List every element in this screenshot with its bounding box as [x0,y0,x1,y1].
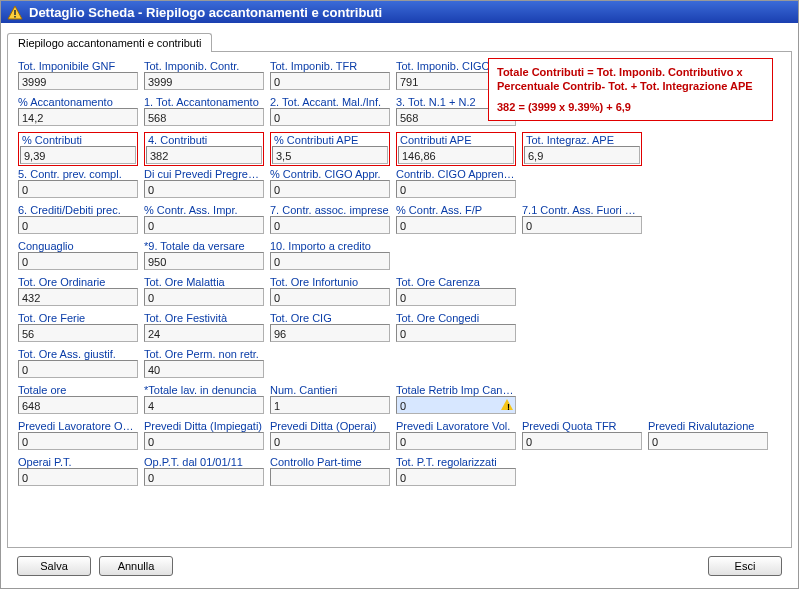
field-value[interactable]: 14,2 [18,108,138,126]
field-value[interactable]: 0 [270,180,390,198]
field-value[interactable] [270,468,390,486]
fields-grid: Tot. Imponibile GNF3999Tot. Imponib. Con… [18,60,775,490]
field-value[interactable]: 0! [396,396,516,414]
field-label: % Contributi [20,134,136,146]
warning-icon: ! [507,400,510,414]
field-value[interactable]: 0 [18,432,138,450]
field-cell: % Contributi9,39 [18,132,138,166]
field-label: Prevedi Ditta (Operai) [270,420,390,432]
save-button[interactable]: Salva [17,556,91,576]
field-label: 10. Importo a credito [270,240,390,252]
field-value[interactable]: 3999 [18,72,138,90]
window-title: Dettaglio Scheda - Riepilogo accantoname… [29,5,382,20]
field-value[interactable]: 0 [396,468,516,486]
field-cell: Tot. P.T. regolarizzati0 [396,456,516,490]
field-value[interactable]: 0 [270,288,390,306]
field-value[interactable]: 0 [270,252,390,270]
field-cell: Tot. Imponibile GNF3999 [18,60,138,94]
field-value[interactable]: 6,9 [524,146,640,164]
field-label: 5. Contr. prev. compl. [18,168,138,180]
field-value[interactable]: 0 [522,432,642,450]
field-value[interactable]: 0 [396,432,516,450]
field-label: *Totale lav. in denuncia [144,384,264,396]
field-label: Conguaglio [18,240,138,252]
field-cell: Tot. Ore Perm. non retr.40 [144,348,264,382]
field-value[interactable]: 0 [648,432,768,450]
field-label: Prevedi Quota TFR [522,420,642,432]
field-label: Tot. Ore Ass. giustif. [18,348,138,360]
field-cell: 6. Crediti/Debiti prec.0 [18,204,138,238]
field-value[interactable]: 3,5 [272,146,388,164]
field-value[interactable]: 0 [522,216,642,234]
field-label: Tot. Integraz. APE [524,134,640,146]
formula-note: Totale Contributi = Tot. Imponib. Contri… [488,58,773,121]
field-cell: Prevedi Rivalutazione0 [648,420,768,454]
field-value[interactable]: 4 [144,396,264,414]
field-value[interactable]: 0 [144,288,264,306]
field-cell: *Totale lav. in denuncia4 [144,384,264,418]
field-value[interactable]: 0 [18,468,138,486]
field-value[interactable]: 0 [18,180,138,198]
field-value[interactable]: 382 [146,146,262,164]
field-value[interactable]: 0 [396,288,516,306]
field-value[interactable]: 0 [270,72,390,90]
field-cell: Tot. Integraz. APE6,9 [522,132,642,166]
field-cell: 10. Importo a credito0 [270,240,390,274]
field-label: Contributi APE [398,134,514,146]
field-value[interactable]: 0 [18,252,138,270]
field-value[interactable]: 0 [144,216,264,234]
field-cell: % Contrib. CIGO Appr.0 [270,168,390,202]
field-label: Tot. Ore Infortunio [270,276,390,288]
field-value[interactable]: 0 [18,360,138,378]
warning-icon [7,4,23,20]
field-value[interactable]: 24 [144,324,264,342]
field-value[interactable]: 0 [144,468,264,486]
tab-riepilogo[interactable]: Riepilogo accantonamenti e contributi [7,33,212,52]
field-label: Op.P.T. dal 01/01/11 [144,456,264,468]
field-value[interactable]: 0 [396,180,516,198]
field-cell: Op.P.T. dal 01/01/110 [144,456,264,490]
field-value[interactable]: 96 [270,324,390,342]
field-cell: % Accantonamento14,2 [18,96,138,130]
field-value[interactable]: 1 [270,396,390,414]
field-label: Tot. Ore Festività [144,312,264,324]
field-cell: Contributi APE146,86 [396,132,516,166]
field-value[interactable]: 40 [144,360,264,378]
field-value[interactable]: 9,39 [20,146,136,164]
field-value[interactable]: 568 [144,108,264,126]
field-value[interactable]: 3999 [144,72,264,90]
field-label: Tot. Ore Ferie [18,312,138,324]
field-value[interactable]: 56 [18,324,138,342]
field-label: Tot. Ore Perm. non retr. [144,348,264,360]
exit-button[interactable]: Esci [708,556,782,576]
field-cell: Tot. Ore Congedi0 [396,312,516,346]
field-value[interactable]: 0 [18,216,138,234]
field-label: % Accantonamento [18,96,138,108]
field-value[interactable]: 146,86 [398,146,514,164]
field-label: Prevedi Lavoratore Vol. [396,420,516,432]
field-value[interactable]: 0 [144,432,264,450]
field-value[interactable]: 432 [18,288,138,306]
field-value[interactable]: 0 [144,180,264,198]
field-cell: % Contr. Ass. Impr.0 [144,204,264,238]
svg-rect-2 [14,16,16,18]
field-value[interactable]: 648 [18,396,138,414]
field-value[interactable]: 0 [396,324,516,342]
field-label: *9. Totale da versare [144,240,264,252]
field-value[interactable]: 0 [270,216,390,234]
field-cell: Prevedi Quota TFR0 [522,420,642,454]
field-value[interactable]: 950 [144,252,264,270]
field-label: % Contrib. CIGO Appr. [270,168,390,180]
main-panel: Totale Contributi = Tot. Imponib. Contri… [7,51,792,548]
field-label: 4. Contributi [146,134,262,146]
field-cell: Num. Cantieri1 [270,384,390,418]
field-cell: Prevedi Lavoratore Obbl.0 [18,420,138,454]
cancel-button[interactable]: Annulla [99,556,173,576]
field-label: Tot. Ore Carenza [396,276,516,288]
field-value[interactable]: 0 [270,108,390,126]
field-cell: Operai P.T.0 [18,456,138,490]
field-value[interactable]: 0 [270,432,390,450]
field-cell: Prevedi Lavoratore Vol.0 [396,420,516,454]
field-label: 2. Tot. Accant. Mal./Inf. [270,96,390,108]
field-value[interactable]: 0 [396,216,516,234]
